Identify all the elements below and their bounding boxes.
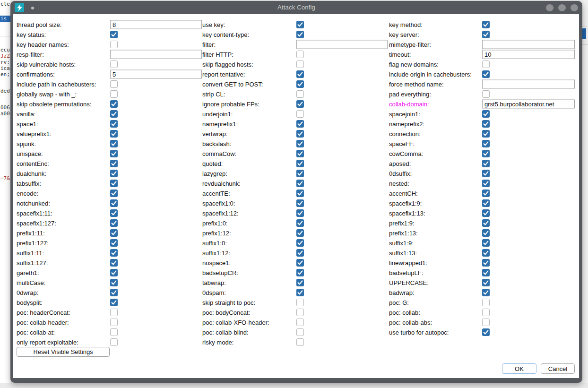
checkbox[interactable] [296,239,304,247]
checkbox[interactable] [110,219,118,227]
checkbox[interactable] [482,239,490,247]
checkbox[interactable] [296,130,304,138]
checkbox[interactable] [296,269,304,276]
checkbox[interactable] [482,170,490,177]
checkbox[interactable] [482,110,490,118]
checkbox[interactable] [110,229,118,237]
checkbox[interactable] [482,31,490,38]
checkbox[interactable] [110,60,118,68]
text-input[interactable] [482,79,575,88]
checkbox[interactable] [110,190,118,197]
minimize-button[interactable] [546,4,553,11]
checkbox[interactable] [110,239,118,247]
checkbox[interactable] [482,90,490,98]
checkbox[interactable] [482,199,490,207]
checkbox[interactable] [296,299,304,306]
checkbox[interactable] [110,328,118,336]
checkbox[interactable] [110,90,118,98]
checkbox[interactable] [110,170,118,177]
checkbox[interactable] [110,120,118,128]
checkbox[interactable] [482,130,490,138]
checkbox[interactable] [110,140,118,147]
checkbox[interactable] [482,299,490,306]
checkbox[interactable] [482,328,490,336]
reset-visible-settings-button[interactable]: Reset Visible Settings [17,347,110,357]
checkbox[interactable] [110,130,118,138]
checkbox[interactable] [296,140,304,147]
text-input[interactable] [482,50,575,59]
checkbox[interactable] [296,170,304,177]
checkbox[interactable] [110,269,118,276]
checkbox[interactable] [296,209,304,217]
checkbox[interactable] [296,31,304,38]
checkbox[interactable] [482,180,490,187]
checkbox[interactable] [110,41,118,48]
checkbox[interactable] [110,110,118,118]
checkbox[interactable] [296,229,304,237]
checkbox[interactable] [296,279,304,286]
checkbox[interactable] [296,249,304,257]
checkbox[interactable] [482,120,490,128]
checkbox[interactable] [110,279,118,286]
checkbox[interactable] [296,21,304,28]
checkbox[interactable] [482,60,490,68]
text-input[interactable] [482,40,575,49]
checkbox[interactable] [110,259,118,267]
checkbox[interactable] [296,60,304,68]
text-input[interactable] [110,69,202,78]
checkbox[interactable] [296,51,304,58]
checkbox[interactable] [482,309,490,316]
ok-button[interactable]: OK [502,363,536,374]
checkbox[interactable] [296,338,304,346]
checkbox[interactable] [482,209,490,217]
checkbox[interactable] [110,31,118,38]
checkbox[interactable] [296,80,304,88]
checkbox[interactable] [110,150,118,157]
checkbox[interactable] [482,259,490,267]
checkbox[interactable] [296,150,304,157]
text-input[interactable] [482,99,575,108]
checkbox[interactable] [296,328,304,336]
checkbox[interactable] [296,70,304,78]
maximize-button[interactable] [558,4,566,11]
title-bar[interactable]: Attack Config [10,1,582,14]
checkbox[interactable] [296,309,304,316]
checkbox[interactable] [482,140,490,147]
checkbox[interactable] [110,199,118,207]
checkbox[interactable] [296,160,304,167]
checkbox[interactable] [110,309,118,316]
checkbox[interactable] [110,249,118,257]
checkbox[interactable] [482,229,490,237]
checkbox[interactable] [296,319,304,326]
text-input[interactable] [110,20,202,29]
checkbox[interactable] [296,259,304,267]
checkbox[interactable] [482,70,490,78]
checkbox[interactable] [482,289,490,296]
checkbox[interactable] [110,100,118,108]
checkbox[interactable] [110,80,118,88]
checkbox[interactable] [482,279,490,286]
cancel-button[interactable]: Cancel [541,363,575,374]
checkbox[interactable] [482,160,490,167]
checkbox[interactable] [110,299,118,306]
checkbox[interactable] [482,249,490,257]
checkbox[interactable] [482,269,490,276]
checkbox[interactable] [296,219,304,227]
checkbox[interactable] [482,190,490,197]
text-input[interactable] [296,40,388,49]
checkbox[interactable] [296,199,304,207]
checkbox[interactable] [296,90,304,98]
text-input[interactable] [110,50,202,59]
checkbox[interactable] [296,110,304,118]
checkbox[interactable] [110,319,118,326]
checkbox[interactable] [296,289,304,296]
checkbox[interactable] [110,180,118,187]
checkbox[interactable] [110,338,118,346]
checkbox[interactable] [296,120,304,128]
checkbox[interactable] [482,319,490,326]
checkbox[interactable] [110,289,118,296]
checkbox[interactable] [482,21,490,28]
checkbox[interactable] [296,180,304,187]
checkbox[interactable] [482,219,490,227]
checkbox[interactable] [110,209,118,217]
